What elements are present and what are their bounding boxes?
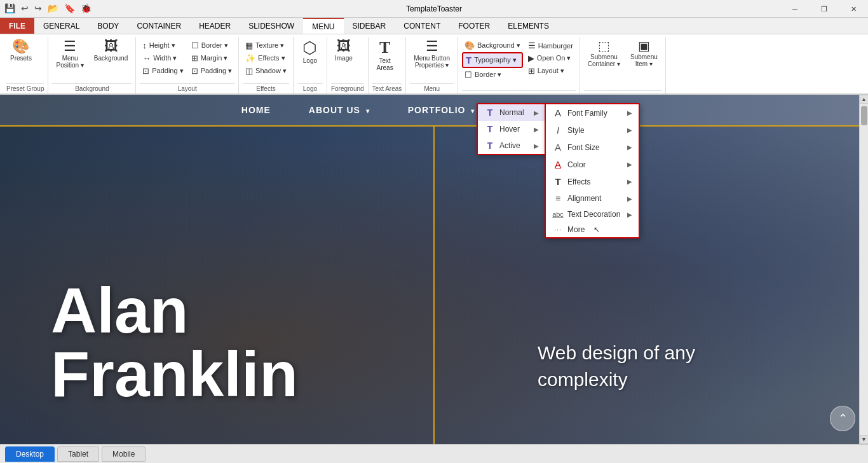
width-button[interactable]: ↔ Width ▾	[140, 52, 186, 64]
menu-tab-file[interactable]: FILE	[0, 18, 34, 34]
texture-button[interactable]: ▦ Texture ▾	[243, 39, 289, 52]
nav-portfolio[interactable]: PORTFOLIO ▾	[408, 105, 475, 115]
scroll-up-arrow[interactable]: ▲	[860, 95, 869, 104]
menu-btn-icon: ☰	[426, 39, 438, 53]
border-dd-button[interactable]: ☐ Border ▾	[462, 69, 523, 81]
image-button[interactable]: 🖼 Image	[331, 37, 356, 64]
image-icon: 🖼	[337, 39, 351, 53]
layout-dd-button[interactable]: ⊞ Layout ▾	[526, 65, 576, 77]
menu-tab-menu[interactable]: MENU	[303, 18, 343, 34]
menu-tab-body[interactable]: BODY	[88, 18, 128, 34]
title-bar: 💾 ↩ ↪ 📂 🔖 🐞 TemplateToaster ─ ❐ ✕	[0, 0, 868, 18]
menu-tab-elements[interactable]: ELEMENTS	[499, 18, 558, 34]
shadow-icon: ◫	[245, 66, 253, 76]
menu-tab-sidebar[interactable]: SIDEBAR	[344, 18, 395, 34]
submenu-color[interactable]: A Color ▶	[546, 156, 639, 173]
scroll-top-button[interactable]: ⌃	[830, 406, 855, 431]
bottom-bar: Desktop Tablet Mobile	[0, 444, 868, 463]
hero-name-line2: Franklin	[51, 342, 298, 406]
style-icon: I	[552, 125, 564, 135]
effects-icon: ✨	[245, 53, 255, 63]
submenu-text-decoration[interactable]: abc Text Decoration ▶	[546, 207, 639, 222]
border-dd-icon: ☐	[465, 70, 472, 79]
submenu-font-family[interactable]: A Font Family ▶	[546, 104, 639, 121]
hover-arrow-icon: ▶	[534, 126, 539, 133]
submenu-group-label	[584, 90, 661, 93]
open-on-button[interactable]: ▶ Open On ▾	[526, 52, 576, 64]
ribbon-group-effects: ▦ Texture ▾ ✨ Effects ▾ ◫ Shadow ▾ Effec…	[239, 37, 294, 93]
submenu-effects[interactable]: T Effects ▶	[546, 173, 639, 190]
menu-position-button[interactable]: ☰ MenuPosition ▾	[52, 37, 87, 71]
text-areas-group-label: Text Areas	[372, 83, 402, 93]
tab-tablet[interactable]: Tablet	[57, 446, 99, 462]
submenu-container-icon: ⬚	[598, 39, 610, 52]
menu-tab-header[interactable]: HEADER	[190, 18, 240, 34]
save-icon[interactable]: 💾	[3, 3, 17, 14]
height-icon: ↕	[142, 41, 147, 50]
submenu-alignment[interactable]: ≡ Alignment ▶	[546, 190, 639, 207]
canvas-area: HOME ABOUT US ▾ PORTFOLIO ▾ BLOG CONTACT…	[0, 95, 868, 444]
menu-bar: FILE GENERAL BODY CONTAINER HEADER SLIDE…	[0, 18, 868, 34]
presets-button[interactable]: 🎨 Presets	[6, 37, 36, 64]
scroll-down-arrow[interactable]: ▼	[860, 435, 869, 444]
tab-desktop[interactable]: Desktop	[5, 446, 55, 462]
app-title: TemplateToaster	[406, 4, 462, 13]
nav-about[interactable]: ABOUT US ▾	[309, 105, 370, 115]
foreground-group-label: Foreground	[331, 83, 364, 93]
menu-group-label: Menu	[410, 83, 454, 93]
undo-icon[interactable]: ↩	[19, 3, 31, 14]
submenu-item-button[interactable]: ▣ SubmenuItem ▾	[627, 37, 661, 70]
alignment-arrow: ▶	[627, 195, 632, 202]
background-dd-button[interactable]: 🎨 Background ▾	[462, 39, 523, 52]
minimize-button[interactable]: ─	[780, 0, 810, 18]
menu-tab-slideshow[interactable]: SLIDESHOW	[240, 18, 303, 34]
dd-item-active[interactable]: T Active ▶	[478, 137, 545, 154]
submenu-container-button[interactable]: ⬚ SubmenuContainer ▾	[584, 37, 624, 70]
scroll-thumb[interactable]	[861, 106, 867, 125]
open-on-icon: ▶	[528, 53, 534, 63]
tab-mobile[interactable]: Mobile	[102, 446, 146, 462]
restore-button[interactable]: ❐	[810, 0, 839, 18]
effects-button[interactable]: ✨ Effects ▾	[243, 52, 289, 64]
logo-icon: ⬡	[302, 39, 317, 56]
hamburger-button[interactable]: ☰ Hamburger	[526, 39, 576, 52]
margin-button[interactable]: ⊞ Margin ▾	[189, 52, 234, 64]
presets-icon: 🎨	[12, 39, 29, 53]
width-icon: ↔	[142, 53, 151, 63]
bookmark-icon[interactable]: 🔖	[62, 3, 77, 14]
typography-dd-button[interactable]: T Typography ▾	[462, 52, 523, 68]
submenu-more[interactable]: ··· More ↖	[546, 222, 639, 237]
color-arrow: ▶	[627, 161, 632, 168]
menu-tab-footer[interactable]: FOOTER	[449, 18, 499, 34]
padding2-button[interactable]: ⊡ Padding ▾	[189, 65, 234, 77]
submenu-font-size[interactable]: A Font Size ▶	[546, 139, 639, 156]
text-areas-button[interactable]: T TextAreas	[372, 37, 398, 74]
border-button[interactable]: ☐ Border ▾	[189, 39, 234, 52]
open-icon[interactable]: 📂	[46, 3, 60, 14]
close-button[interactable]: ✕	[839, 0, 868, 18]
normal-submenu: A Font Family ▶ I Style ▶ A Font Size ▶ …	[545, 103, 640, 238]
redo-icon[interactable]: ↪	[32, 3, 44, 14]
logo-group-label: Logo	[297, 83, 323, 93]
ribbon-group-foreground: 🖼 Image Foreground	[327, 37, 369, 93]
dd-item-hover[interactable]: T Hover ▶	[478, 121, 545, 137]
style-arrow: ▶	[627, 127, 632, 134]
logo-button[interactable]: ⬡ Logo	[297, 37, 323, 67]
menu-tab-general[interactable]: GENERAL	[34, 18, 88, 34]
bug-icon[interactable]: 🐞	[79, 3, 93, 14]
menu-tab-content[interactable]: CONTENT	[395, 18, 449, 34]
canvas-background: HOME ABOUT US ▾ PORTFOLIO ▾ BLOG CONTACT…	[0, 95, 868, 444]
menu-btn-properties-button[interactable]: ☰ Menu ButtonProperties ▾	[410, 37, 454, 71]
background-button[interactable]: 🖼 Background	[90, 37, 132, 64]
menu-tab-container[interactable]: CONTAINER	[128, 18, 190, 34]
nav-home[interactable]: HOME	[241, 105, 271, 115]
submenu-style[interactable]: I Style ▶	[546, 121, 639, 139]
active-t-icon: T	[484, 141, 496, 151]
shadow-button[interactable]: ◫ Shadow ▾	[243, 65, 289, 77]
background-group-label: Background	[52, 83, 132, 93]
padding-button[interactable]: ⊡ Padding ▾	[140, 65, 186, 77]
ribbon-group-background: ☰ MenuPosition ▾ 🖼 Background Background	[48, 37, 136, 93]
dd-item-normal[interactable]: T Normal ▶	[478, 104, 545, 121]
height-button[interactable]: ↕ Height ▾	[140, 39, 186, 52]
typography-t-icon: T	[466, 55, 471, 66]
